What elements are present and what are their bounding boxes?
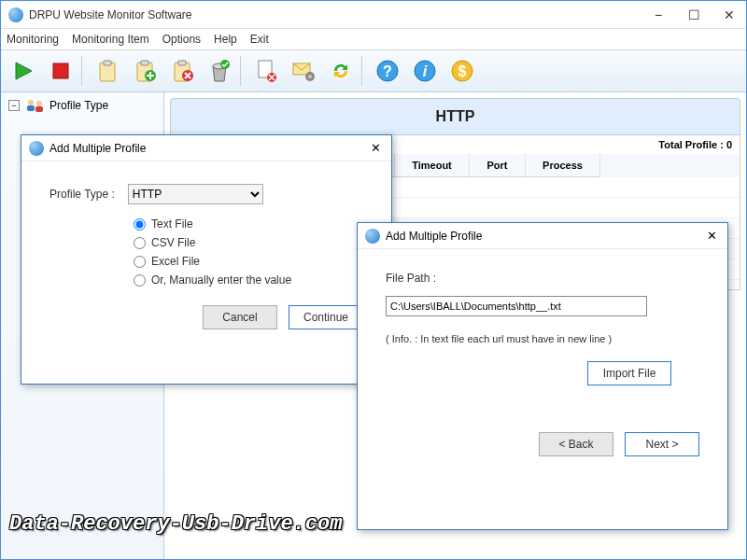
svg-rect-1 xyxy=(53,63,68,78)
protocol-header: HTTP xyxy=(170,98,740,135)
col-timeout[interactable]: Timeout xyxy=(395,154,470,177)
separator xyxy=(361,56,367,86)
dialog1-close-icon[interactable]: ✕ xyxy=(367,141,384,155)
svg-rect-24 xyxy=(27,105,35,111)
dialog1-titlebar: Add Multiple Profile ✕ xyxy=(21,135,391,161)
dollar-icon[interactable]: $ xyxy=(445,54,479,88)
svg-marker-0 xyxy=(16,63,32,79)
tree-root[interactable]: − Profile Type xyxy=(5,96,160,115)
add-profile-dialog-1: Add Multiple Profile ✕ Profile Type : HT… xyxy=(21,134,392,385)
window-title: DRPU Website Monitor Software xyxy=(29,8,649,21)
add-profile-dialog-2: Add Multiple Profile ✕ File Path : ( Inf… xyxy=(357,222,728,530)
continue-button[interactable]: Continue xyxy=(289,305,363,329)
svg-rect-5 xyxy=(141,61,148,65)
svg-rect-8 xyxy=(178,61,186,65)
menu-options[interactable]: Options xyxy=(162,33,201,46)
stop-icon[interactable] xyxy=(44,54,78,88)
app-icon xyxy=(8,7,23,22)
page-error-icon[interactable] xyxy=(249,54,283,88)
tree-collapse-icon[interactable]: − xyxy=(8,100,20,111)
dialog-icon xyxy=(365,229,380,244)
trash-icon[interactable] xyxy=(203,54,236,88)
menu-monitoring-item[interactable]: Monitoring Item xyxy=(72,33,149,46)
profile-type-icon xyxy=(25,98,46,113)
dialog2-title: Add Multiple Profile xyxy=(386,230,703,243)
col-process[interactable]: Process xyxy=(526,154,600,177)
maximize-button[interactable]: ☐ xyxy=(684,6,703,24)
refresh-icon[interactable] xyxy=(324,54,358,88)
dialog-icon xyxy=(29,141,44,156)
help-icon[interactable]: ? xyxy=(371,54,404,88)
dialog2-close-icon[interactable]: ✕ xyxy=(703,229,720,243)
watermark: Data-Recovery-Usb-Drive.com xyxy=(9,512,342,536)
svg-rect-26 xyxy=(35,106,43,112)
dialog2-titlebar: Add Multiple Profile ✕ xyxy=(358,223,727,249)
file-path-label: File Path : xyxy=(386,272,699,285)
import-file-button[interactable]: Import File xyxy=(587,361,671,385)
clipboard-icon[interactable] xyxy=(91,54,124,88)
menu-exit[interactable]: Exit xyxy=(250,33,269,46)
separator xyxy=(81,56,87,86)
profile-type-select[interactable]: HTTP xyxy=(128,184,263,204)
menu-monitoring[interactable]: Monitoring xyxy=(7,33,59,46)
status-total: Total Profile : 0 xyxy=(658,139,732,150)
back-button[interactable]: < Back xyxy=(539,432,613,456)
separator xyxy=(240,56,246,86)
menu-help[interactable]: Help xyxy=(214,33,237,46)
radio-manual[interactable]: Or, Manually enter the value xyxy=(134,273,363,287)
radio-csv-file[interactable]: CSV File xyxy=(134,236,363,249)
col-port[interactable]: Port xyxy=(470,154,526,177)
menubar: Monitoring Monitoring Item Options Help … xyxy=(1,29,746,49)
svg-point-23 xyxy=(28,100,34,105)
close-button[interactable]: ✕ xyxy=(720,6,739,24)
svg-text:i: i xyxy=(423,63,428,79)
titlebar: DRPU Website Monitor Software − ☐ ✕ xyxy=(1,1,746,29)
dialog1-title: Add Multiple Profile xyxy=(49,142,367,155)
svg-text:$: $ xyxy=(458,63,467,79)
clipboard-delete-icon[interactable] xyxy=(165,54,199,88)
tree-root-label: Profile Type xyxy=(49,99,108,112)
next-button[interactable]: Next > xyxy=(625,432,699,456)
mail-settings-icon[interactable] xyxy=(287,54,320,88)
profile-type-label: Profile Type : xyxy=(49,188,115,201)
file-path-input[interactable] xyxy=(386,296,647,316)
radio-text-file[interactable]: Text File xyxy=(134,217,363,231)
clipboard-add-icon[interactable] xyxy=(128,54,162,88)
toolbar: ? i $ xyxy=(1,49,746,92)
svg-rect-3 xyxy=(104,61,111,65)
svg-text:?: ? xyxy=(383,63,392,79)
svg-point-25 xyxy=(36,101,42,106)
minimize-button[interactable]: − xyxy=(649,6,668,24)
info-icon[interactable]: i xyxy=(408,54,442,88)
cancel-button[interactable]: Cancel xyxy=(203,305,277,329)
info-text: ( Info. : In text file each url must hav… xyxy=(386,333,699,344)
radio-excel-file[interactable]: Excel File xyxy=(134,255,363,268)
svg-point-16 xyxy=(308,75,312,78)
play-icon[interactable] xyxy=(7,54,40,88)
